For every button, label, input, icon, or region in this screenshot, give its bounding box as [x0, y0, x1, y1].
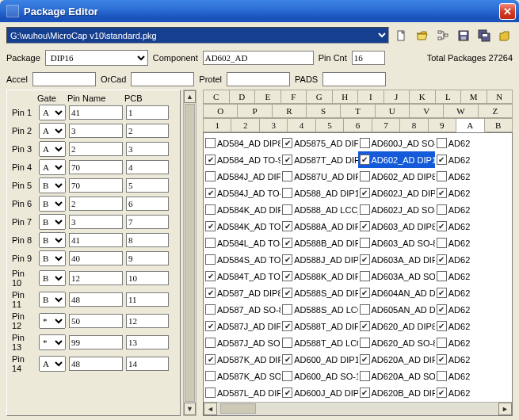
checkbox-icon[interactable] — [282, 371, 292, 381]
tab-V[interactable]: V — [410, 104, 444, 118]
gate-select[interactable]: B — [39, 214, 66, 230]
close-window-button[interactable]: ✕ — [499, 3, 516, 20]
gate-select[interactable]: B — [39, 250, 66, 266]
list-item[interactable]: AD584_AD DIP8 — [204, 135, 280, 151]
protel-field[interactable] — [227, 72, 290, 86]
list-item[interactable]: AD600J_AD DIP16 — [280, 384, 357, 401]
pins-scrollbar[interactable]: ▲ ▼ — [183, 90, 197, 416]
pinname-field[interactable] — [69, 335, 123, 349]
list-item[interactable]: AD588A_AD DIP16 — [280, 218, 357, 235]
list-item[interactable]: AD62 — [435, 351, 512, 368]
list-item[interactable]: AD584_AD TO-99_8 — [204, 151, 280, 168]
pcb-field[interactable] — [126, 335, 169, 349]
pcb-field[interactable] — [126, 178, 169, 193]
pcb-field[interactable] — [126, 124, 169, 138]
list-item[interactable]: AD588J_AD DIP16 — [280, 251, 357, 268]
checkbox-icon[interactable] — [205, 371, 216, 381]
list-item[interactable]: AD62 — [435, 268, 512, 284]
tab-P[interactable]: P — [238, 104, 272, 118]
checkbox-icon[interactable] — [360, 138, 370, 148]
pcb-field[interactable] — [126, 357, 169, 371]
scroll-left-icon[interactable]: ◄ — [204, 403, 217, 415]
checkbox-icon[interactable] — [205, 138, 216, 148]
checkbox-icon[interactable] — [360, 271, 370, 281]
list-item[interactable]: AD602_AD DIP8 — [358, 168, 435, 185]
checkbox-icon[interactable] — [360, 371, 370, 381]
tab-U[interactable]: U — [376, 104, 410, 118]
tab-W[interactable]: W — [444, 104, 478, 118]
save-icon[interactable] — [456, 28, 471, 44]
checkbox-icon[interactable] — [282, 304, 292, 315]
list-item[interactable]: AD62 — [435, 235, 512, 251]
list-item[interactable]: AD62 — [435, 168, 512, 185]
gate-select[interactable]: B — [39, 292, 66, 307]
accel-field[interactable] — [32, 72, 96, 86]
list-item[interactable]: AD62 — [435, 368, 512, 384]
tab-N[interactable]: N — [487, 90, 513, 104]
open-folder-icon[interactable] — [497, 28, 513, 44]
checkbox-icon[interactable] — [437, 288, 447, 298]
checkbox-icon[interactable] — [282, 204, 292, 215]
list-item[interactable]: AD588T_AD LCC_20 — [280, 334, 357, 351]
checkbox-icon[interactable] — [437, 188, 447, 198]
scroll-down-icon[interactable]: ▼ — [184, 403, 196, 415]
save-all-icon[interactable] — [476, 28, 492, 44]
scroll-up-icon[interactable]: ▲ — [184, 90, 196, 103]
list-item[interactable]: AD584K_AD DIP8 — [204, 201, 280, 218]
tab-8[interactable]: 8 — [400, 118, 428, 132]
checkbox-icon[interactable] — [205, 171, 216, 181]
checkbox-icon[interactable] — [360, 304, 370, 315]
checkbox-icon[interactable] — [437, 204, 447, 215]
gate-select[interactable]: B — [39, 232, 66, 248]
checkbox-icon[interactable] — [437, 371, 447, 381]
list-item[interactable]: AD620_AD DIP8 — [358, 318, 435, 334]
list-item[interactable]: AD587J_AD SO-8 — [204, 334, 280, 351]
checkbox-icon[interactable] — [205, 221, 216, 231]
checkbox-icon[interactable] — [205, 238, 216, 248]
list-item[interactable]: AD587_AD DIP8 — [204, 284, 280, 301]
list-item[interactable]: AD584S_AD TO-99_8 — [204, 251, 280, 268]
list-item[interactable]: AD587K_AD SO-8 — [204, 368, 280, 384]
checkbox-icon[interactable] — [282, 288, 292, 298]
list-item[interactable]: AD584K_AD TO-99_8 — [204, 218, 280, 235]
tab-7[interactable]: 7 — [372, 118, 400, 132]
checkbox-icon[interactable] — [437, 138, 447, 148]
orcad-field[interactable] — [131, 72, 194, 86]
checkbox-icon[interactable] — [282, 388, 292, 398]
pcb-field[interactable] — [126, 160, 169, 174]
list-item[interactable]: AD588S_AD LCC_20 — [280, 301, 357, 318]
checkbox-icon[interactable] — [282, 171, 292, 181]
checkbox-icon[interactable] — [437, 304, 447, 315]
list-item[interactable]: AD620A_AD SO-8 — [358, 368, 435, 384]
tab-4[interactable]: 4 — [288, 118, 315, 132]
tab-5[interactable]: 5 — [316, 118, 344, 132]
pcb-field[interactable] — [126, 215, 169, 229]
new-icon[interactable] — [394, 28, 410, 44]
checkbox-icon[interactable] — [360, 188, 370, 198]
checkbox-icon[interactable] — [360, 254, 370, 265]
checkbox-icon[interactable] — [360, 321, 370, 331]
pcb-field[interactable] — [126, 271, 169, 285]
list-item[interactable]: AD602J_AD DIP16 — [358, 185, 435, 201]
tab-6[interactable]: 6 — [344, 118, 372, 132]
tab-M[interactable]: M — [461, 90, 487, 104]
checkbox-icon[interactable] — [437, 238, 447, 248]
pinname-field[interactable] — [69, 314, 123, 328]
scroll-thumb[interactable] — [185, 104, 195, 402]
gate-select[interactable]: B — [39, 178, 66, 193]
pcb-field[interactable] — [126, 292, 169, 307]
checkbox-icon[interactable] — [360, 238, 370, 248]
list-item[interactable]: AD620B_AD DIP8 — [358, 384, 435, 401]
tab-K[interactable]: K — [410, 90, 436, 104]
tab-R[interactable]: R — [273, 104, 307, 118]
checkbox-icon[interactable] — [282, 271, 292, 281]
checkbox-icon[interactable] — [360, 171, 370, 181]
checkbox-icon[interactable] — [437, 321, 447, 331]
tab-2[interactable]: 2 — [231, 118, 259, 132]
list-item[interactable]: AD588_AD LCC_20 — [280, 201, 357, 218]
gate-select[interactable]: A — [39, 141, 66, 157]
list-item[interactable]: AD600_AD SO-16 — [280, 368, 357, 384]
list-item[interactable]: AD5875_AD DIP8 — [280, 135, 357, 151]
gate-select[interactable]: A — [39, 356, 66, 372]
checkbox-icon[interactable] — [205, 304, 216, 315]
